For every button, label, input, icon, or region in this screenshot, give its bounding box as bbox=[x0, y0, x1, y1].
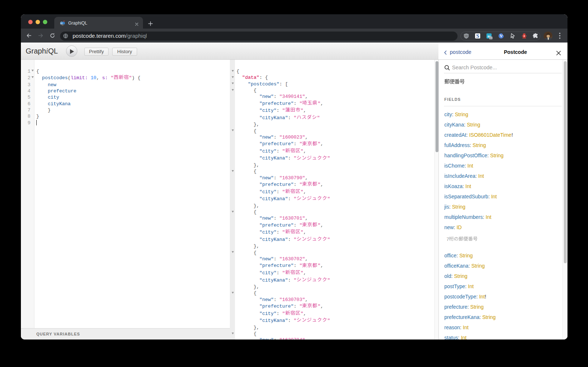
svg-text:UO: UO bbox=[465, 34, 468, 37]
svg-text:S: S bbox=[476, 33, 479, 39]
